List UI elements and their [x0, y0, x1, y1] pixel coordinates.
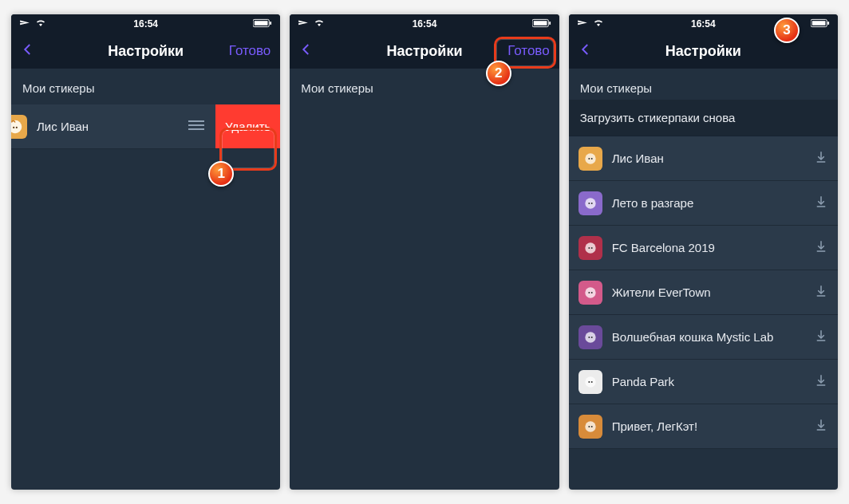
svg-point-23 — [590, 247, 592, 249]
done-button[interactable]: Готово — [229, 43, 271, 59]
delete-label: Удалить — [225, 120, 270, 133]
page-title: Настройки — [569, 43, 838, 60]
sticker-pack-label: Привет, ЛегКэт! — [612, 419, 814, 434]
sticker-pack-label: FC Barcelona 2019 — [612, 241, 814, 255]
download-icon[interactable] — [814, 329, 828, 346]
download-icon[interactable] — [814, 150, 828, 167]
sticker-pack-label: Лис Иван — [612, 152, 814, 166]
svg-point-34 — [588, 426, 590, 427]
svg-point-35 — [590, 426, 592, 427]
sticker-pack-label: Лис Иван — [37, 120, 177, 134]
sticker-pack-label: Волшебная кошка Mystic Lab — [612, 330, 814, 345]
download-icon[interactable] — [814, 239, 828, 257]
sticker-pack-label: Жители EverTown — [612, 285, 814, 300]
delete-button[interactable]: Удалить — [215, 104, 280, 148]
sticker-pack-row[interactable]: Волшебная кошка Mystic Lab — [569, 315, 838, 360]
sticker-pack-row[interactable]: Привет, ЛегКэт! — [569, 404, 838, 449]
svg-point-26 — [590, 292, 592, 293]
phone-screen-1: 16:54 Настройки Готово Мои стикеры Лис И… — [11, 14, 280, 490]
clock: 16:54 — [290, 18, 559, 30]
sticker-row-swiped[interactable]: Лис Иван Удалить — [11, 104, 280, 149]
svg-point-4 — [13, 126, 14, 128]
svg-point-19 — [588, 203, 590, 204]
svg-point-25 — [588, 292, 590, 293]
download-icon[interactable] — [814, 373, 828, 391]
phone-screen-2: 16:54 Настройки Готово Мои стикеры 2 — [290, 14, 559, 490]
sticker-pack-icon — [579, 325, 602, 349]
svg-point-28 — [588, 337, 590, 338]
svg-point-5 — [16, 126, 18, 128]
svg-point-29 — [590, 337, 592, 338]
sticker-pack-row[interactable]: Лето в разгаре — [569, 181, 838, 226]
done-button[interactable]: Готово — [507, 43, 550, 59]
svg-point-24 — [585, 287, 595, 297]
svg-point-18 — [585, 198, 595, 208]
svg-point-15 — [585, 153, 595, 163]
sticker-pack-row[interactable]: FC Barcelona 2019 — [569, 226, 838, 270]
sticker-pack-row[interactable]: Лис Иван — [569, 136, 838, 181]
download-icon[interactable] — [814, 284, 828, 301]
download-icon[interactable] — [814, 418, 828, 435]
sticker-pack-icon — [579, 370, 602, 394]
svg-point-27 — [585, 332, 595, 342]
status-bar: 16:54 — [11, 14, 280, 33]
nav-header: Настройки Готово — [290, 33, 559, 69]
sticker-pack-row[interactable]: Panda Park — [569, 360, 838, 404]
svg-point-30 — [585, 376, 595, 387]
phone-screen-3: 16:54 Настройки Мои стикеры Загрузить ст… — [569, 14, 838, 490]
svg-point-21 — [585, 242, 595, 253]
svg-point-31 — [588, 381, 590, 383]
download-icon[interactable] — [814, 195, 828, 212]
section-header-my-stickers: Мои стикеры — [11, 69, 280, 104]
section-header-my-stickers: Мои стикеры — [569, 69, 838, 100]
sticker-pack-icon — [11, 115, 27, 139]
sticker-pack-label: Panda Park — [612, 375, 814, 389]
svg-point-32 — [590, 381, 592, 383]
sticker-pack-icon — [579, 415, 602, 439]
sticker-pack-label: Лето в разгаре — [612, 196, 814, 211]
sticker-pack-icon — [579, 147, 602, 171]
svg-point-16 — [588, 158, 590, 159]
status-bar: 16:54 — [290, 14, 559, 33]
sticker-pack-list: Лис ИванЛето в разгареFC Barcelona 2019Ж… — [569, 136, 838, 490]
status-bar: 16:54 — [569, 14, 838, 33]
drag-handle-icon[interactable] — [177, 120, 215, 134]
sticker-pack-icon — [579, 236, 602, 260]
nav-header: Настройки Готово — [11, 33, 280, 69]
nav-header: Настройки — [569, 33, 838, 69]
svg-point-20 — [590, 203, 592, 204]
svg-point-17 — [590, 158, 592, 159]
clock: 16:54 — [11, 18, 280, 30]
sticker-pack-icon — [579, 281, 602, 305]
sticker-pack-row[interactable]: Жители EverTown — [569, 270, 838, 315]
section-reload-sticker-packs: Загрузить стикерпаки снова — [569, 100, 838, 136]
svg-point-33 — [585, 421, 595, 431]
svg-point-22 — [588, 247, 590, 249]
clock: 16:54 — [569, 18, 838, 30]
section-header-my-stickers: Мои стикеры — [290, 69, 559, 104]
sticker-pack-icon — [579, 191, 602, 215]
